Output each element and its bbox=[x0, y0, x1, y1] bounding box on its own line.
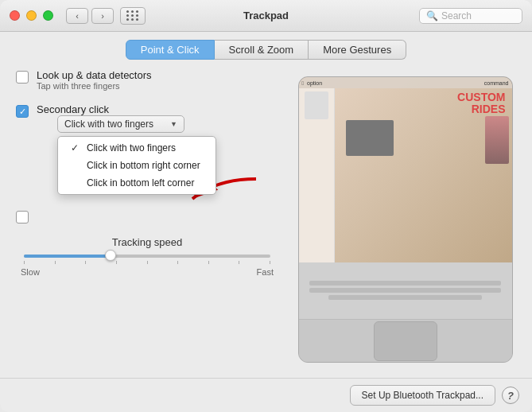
slider-thumb[interactable] bbox=[105, 250, 116, 261]
dropdown-menu: ✓ Click with two fingers Click in bottom… bbox=[57, 136, 216, 195]
nav-buttons: ‹ › bbox=[66, 8, 114, 24]
checkmark-icon: ✓ bbox=[19, 107, 26, 116]
keyboard-area bbox=[299, 262, 512, 320]
secondary-click-setting-row: ✓ Secondary click Click with two fingers… bbox=[16, 103, 278, 133]
selected-checkmark-icon: ✓ bbox=[71, 142, 80, 154]
maximize-button[interactable] bbox=[43, 10, 53, 21]
third-checkbox[interactable] bbox=[16, 211, 29, 223]
third-setting-row bbox=[16, 209, 278, 223]
tab-scroll-zoom[interactable]: Scroll & Zoom bbox=[215, 40, 309, 60]
lookup-text: Look up & data detectors Tap with three … bbox=[37, 69, 152, 91]
dropdown-button[interactable]: Click with two fingers ▼ bbox=[57, 115, 184, 133]
tab-point-click[interactable]: Point & Click bbox=[126, 40, 215, 60]
dropdown-item-bottom-left[interactable]: Click in bottom left corner bbox=[58, 174, 216, 192]
titlebar: ‹ › Trackpad 🔍 Search bbox=[0, 0, 532, 32]
keyboard-row-3 bbox=[328, 295, 482, 300]
tab-bar: Point & Click Scroll & Zoom More Gesture… bbox=[0, 32, 532, 69]
bottom-bar: Set Up Bluetooth Trackpad... ? bbox=[0, 378, 532, 412]
content-area: Look up & data detectors Tap with three … bbox=[0, 69, 532, 378]
lookup-setting-row: Look up & data detectors Tap with three … bbox=[16, 69, 278, 91]
screen-content:  option command CUSTOMRIDES bbox=[299, 77, 512, 262]
website-main: CUSTOMRIDES bbox=[335, 88, 512, 262]
bluetooth-setup-button[interactable]: Set Up Bluetooth Trackpad... bbox=[350, 385, 495, 406]
apple-menu-icon:  bbox=[302, 80, 305, 86]
tick-1 bbox=[55, 261, 56, 264]
tick-2 bbox=[85, 261, 86, 264]
slow-label: Slow bbox=[21, 267, 40, 277]
minimize-button[interactable] bbox=[26, 10, 37, 21]
dropdown-selected-label: Click with two fingers bbox=[64, 119, 153, 130]
bike-placeholder bbox=[346, 120, 394, 156]
close-button[interactable] bbox=[10, 10, 20, 21]
tracking-label: Tracking speed bbox=[16, 236, 278, 248]
custom-rides-text: CUSTOMRIDES bbox=[338, 91, 509, 116]
hero-image-area bbox=[338, 116, 509, 172]
slider-labels: Slow Fast bbox=[21, 267, 274, 277]
tick-8 bbox=[270, 261, 270, 264]
tick-5 bbox=[177, 261, 178, 264]
tick-4 bbox=[147, 261, 148, 264]
slider-container: Slow Fast bbox=[16, 255, 278, 277]
tick-3 bbox=[116, 261, 117, 264]
search-input-label: Search bbox=[441, 10, 472, 21]
tick-6 bbox=[208, 261, 209, 264]
lookup-title: Look up & data detectors bbox=[37, 69, 152, 81]
dropdown-item-label-0: Click with two fingers bbox=[87, 142, 176, 154]
tracking-section: Tracking speed bbox=[16, 236, 278, 293]
settings-block: Look up & data detectors Tap with three … bbox=[16, 69, 278, 293]
lookup-checkbox[interactable] bbox=[16, 71, 29, 84]
slider-fill bbox=[24, 255, 111, 258]
traffic-lights bbox=[10, 10, 53, 21]
lookup-subtitle: Tap with three fingers bbox=[37, 81, 152, 91]
secondary-click-block: Secondary click Click with two fingers ▼ bbox=[37, 103, 184, 133]
search-icon: 🔍 bbox=[426, 10, 438, 21]
dropdown-container: Click with two fingers ▼ ✓ Click with tw… bbox=[57, 115, 184, 133]
dropdown-item-label-2: Click in bottom left corner bbox=[87, 177, 194, 189]
tick-7 bbox=[239, 261, 239, 264]
secondary-click-checkbox[interactable]: ✓ bbox=[16, 105, 29, 118]
slider-track[interactable] bbox=[24, 255, 270, 258]
window-title: Trackpad bbox=[243, 10, 289, 21]
secondary-click-title: Secondary click bbox=[37, 103, 184, 115]
secondary-click-text: Secondary click bbox=[37, 103, 184, 115]
person-image bbox=[485, 116, 509, 164]
trackpad-pad-area bbox=[299, 319, 512, 362]
sidebar-thumbnail bbox=[305, 91, 328, 119]
help-button[interactable]: ? bbox=[502, 387, 519, 404]
preview-screen:  option command CUSTOMRIDES bbox=[299, 77, 512, 262]
left-panel: Look up & data detectors Tap with three … bbox=[16, 69, 278, 370]
menu-item-1: option bbox=[307, 80, 322, 86]
fast-label: Fast bbox=[257, 267, 274, 277]
main-content: Point & Click Scroll & Zoom More Gesture… bbox=[0, 32, 532, 412]
keyboard-row-1 bbox=[309, 281, 501, 286]
chevron-down-icon: ▼ bbox=[170, 120, 177, 128]
dropdown-item-label-1: Click in bottom right corner bbox=[87, 160, 200, 171]
keyboard-layout bbox=[309, 281, 501, 300]
grid-icon bbox=[126, 10, 139, 21]
menu-item-right: command bbox=[484, 80, 509, 86]
right-panel:  option command CUSTOMRIDES bbox=[294, 69, 516, 370]
trackpad-surface bbox=[374, 321, 437, 361]
keyboard-row-2 bbox=[309, 288, 501, 293]
back-button[interactable]: ‹ bbox=[66, 8, 88, 24]
slider-ticks bbox=[24, 261, 270, 264]
screen-menubar:  option command bbox=[299, 77, 512, 88]
tab-more-gestures[interactable]: More Gestures bbox=[309, 40, 406, 60]
grid-button[interactable] bbox=[120, 7, 146, 25]
website-content: CUSTOMRIDES bbox=[299, 88, 512, 262]
trackpad-preview:  option command CUSTOMRIDES bbox=[298, 76, 513, 363]
forward-button[interactable]: › bbox=[91, 8, 114, 24]
dropdown-item-bottom-right[interactable]: Click in bottom right corner bbox=[58, 157, 216, 174]
website-sidebar bbox=[299, 88, 335, 262]
dropdown-item-two-fingers[interactable]: ✓ Click with two fingers bbox=[58, 139, 216, 157]
search-box[interactable]: 🔍 Search bbox=[419, 8, 522, 24]
tick-0 bbox=[24, 261, 25, 264]
